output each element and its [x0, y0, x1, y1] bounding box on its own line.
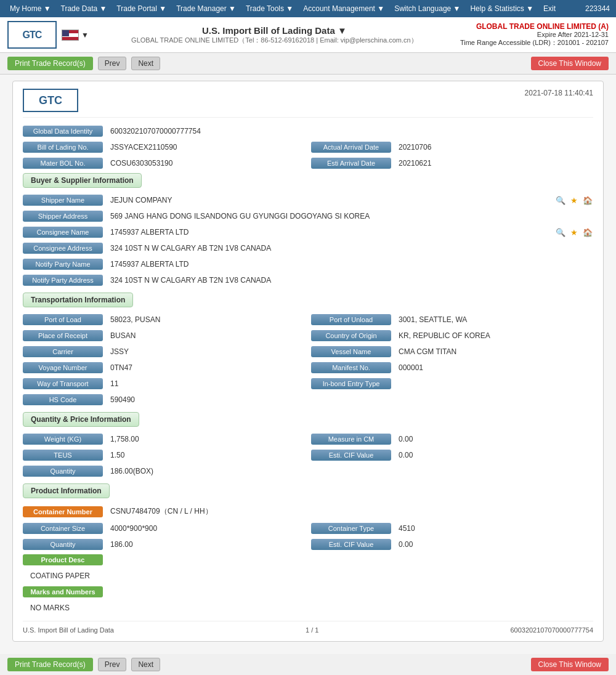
- product-desc-value-row: COATING PAPER: [23, 569, 593, 583]
- prod-esti-cif-label: Esti. CIF Value: [311, 539, 391, 550]
- consignee-star-icon[interactable]: ★: [569, 227, 580, 238]
- place-receipt-value: BUSAN: [108, 329, 305, 342]
- flag-dropdown-icon[interactable]: ▼: [81, 31, 89, 39]
- consignee-name-label: Consignee Name: [23, 227, 103, 238]
- teus-value: 1.50: [108, 449, 305, 461]
- weight-kg-label: Weight (KG): [23, 434, 103, 445]
- in-bond-value: [396, 382, 593, 386]
- port-unload-label: Port of Unload: [311, 314, 391, 325]
- nav-trade-manager[interactable]: Trade Manager ▼: [172, 4, 240, 13]
- consignee-home-icon[interactable]: 🏠: [582, 227, 593, 238]
- teus-label: TEUS: [23, 450, 103, 461]
- notify-party-address-row: Notify Party Address 324 10ST N W CALGAR…: [23, 274, 593, 286]
- print-button-top[interactable]: Print Trade Record(s): [7, 57, 93, 70]
- print-button-bottom[interactable]: Print Trade Record(s): [7, 658, 93, 671]
- shipper-search-icon[interactable]: 🔍: [555, 195, 566, 206]
- nav-exit[interactable]: Exit: [540, 4, 559, 13]
- global-data-identity-row: Global Data Identity 6003202107070000777…: [23, 125, 593, 137]
- notify-party-address-label: Notify Party Address: [23, 275, 103, 286]
- quantity-label: Quantity: [23, 466, 103, 477]
- close-button-bottom[interactable]: Close This Window: [531, 658, 609, 671]
- shipper-home-icon[interactable]: 🏠: [582, 195, 593, 206]
- record-footer-id: 6003202107070000777754: [510, 626, 593, 634]
- next-button-top[interactable]: Next: [131, 57, 160, 70]
- product-desc-label: Product Desc: [23, 554, 103, 565]
- prev-button-top[interactable]: Prev: [98, 57, 127, 70]
- nav-trade-data[interactable]: Trade Data ▼: [57, 4, 111, 13]
- voyage-number-label: Voyage Number: [23, 362, 103, 373]
- shipper-address-row: Shipper Address 569 JANG HANG DONG ILSAN…: [23, 210, 593, 222]
- mater-bol-col: Mater BOL No. COSU6303053190: [23, 157, 305, 169]
- consignee-address-row: Consignee Address 324 10ST N W CALGARY A…: [23, 242, 593, 254]
- product-desc-row: Product Desc: [23, 554, 593, 565]
- record-footer: U.S. Import Bill of Lading Data 1 / 1 60…: [23, 621, 593, 634]
- container-number-label: Container Number: [23, 506, 103, 517]
- shipper-name-value: JEJUN COMPANY: [108, 194, 555, 206]
- time-range: Time Range Accessible (LDR)：201001 - 202…: [460, 38, 609, 47]
- consignee-search-icon[interactable]: 🔍: [555, 227, 566, 238]
- record-datetime: 2021-07-18 11:40:41: [525, 89, 593, 97]
- bol-arrival-row: Bill of Lading No. JSSYACEX2110590 Actua…: [23, 141, 593, 153]
- account-info: GLOBAL TRADE ONLINE LIMITED (A) Expire A…: [460, 22, 609, 47]
- nav-help-statistics[interactable]: Help & Statistics ▼: [466, 4, 537, 13]
- container-size-value: 4000*900*900: [108, 522, 305, 535]
- record-footer-page: 1 / 1: [306, 626, 318, 634]
- marks-numbers-value-row: NO MARKS: [23, 601, 593, 615]
- mater-bol-value: COSU6303053190: [108, 157, 305, 169]
- nav-trade-tools[interactable]: Trade Tools ▼: [242, 4, 297, 13]
- actual-arrival-value: 20210706: [396, 141, 593, 153]
- container-number-row: Container Number CSNU7484709（CN / L / HH…: [23, 504, 593, 519]
- port-unload-value: 3001, SEATTLE, WA: [396, 313, 593, 326]
- vessel-name-label: Vessel Name: [311, 346, 391, 357]
- shipper-address-label: Shipper Address: [23, 211, 103, 222]
- page-title-area: U.S. Import Bill of Lading Data ▼ GLOBAL…: [131, 25, 418, 45]
- way-transport-label: Way of Transport: [23, 378, 103, 389]
- user-id: 223344: [585, 4, 610, 13]
- weight-measure-row: Weight (KG) 1,758.00 Measure in CM 0.00: [23, 433, 593, 445]
- carrier-value: JSSY: [108, 346, 305, 358]
- prod-esti-cif-value: 0.00: [396, 538, 593, 551]
- port-load-value: 58023, PUSAN: [108, 313, 305, 326]
- quantity-price-header: Quantity & Price Information: [23, 412, 139, 427]
- bottom-action-bar: Print Trade Record(s) Prev Next Close Th…: [0, 654, 616, 675]
- consignee-name-row: Consignee Name 1745937 ALBERTA LTD 🔍 ★ 🏠: [23, 226, 593, 238]
- global-data-identity-value: 6003202107070000777754: [108, 125, 593, 137]
- nav-my-home[interactable]: My Home ▼: [6, 4, 55, 13]
- voyage-manifest-row: Voyage Number 0TN47 Manifest No. 000001: [23, 362, 593, 374]
- container-size-label: Container Size: [23, 523, 103, 534]
- nav-account-management[interactable]: Account Management ▼: [299, 4, 388, 13]
- prod-qty-cif-row: Quantity 186.00 Esti. CIF Value 0.00: [23, 538, 593, 551]
- manifest-no-label: Manifest No.: [311, 362, 391, 373]
- actual-arrival-label: Actual Arrival Date: [311, 142, 391, 153]
- main-content: GTC 2021-07-18 11:40:41 Global Data Iden…: [0, 75, 616, 654]
- nav-trade-portal[interactable]: Trade Portal ▼: [113, 4, 170, 13]
- place-receipt-label: Place of Receipt: [23, 330, 103, 341]
- notify-party-name-row: Notify Party Name 1745937 ALBERTA LTD: [23, 258, 593, 270]
- nav-switch-language[interactable]: Switch Language ▼: [391, 4, 464, 13]
- record-logo: GTC: [23, 89, 78, 112]
- next-button-bottom[interactable]: Next: [131, 658, 160, 671]
- prev-button-bottom[interactable]: Prev: [98, 658, 127, 671]
- notify-party-name-label: Notify Party Name: [23, 259, 103, 270]
- mater-bol-label: Mater BOL No.: [23, 158, 103, 169]
- shipper-name-label: Shipper Name: [23, 195, 103, 206]
- shipper-name-row: Shipper Name JEJUN COMPANY 🔍 ★ 🏠: [23, 194, 593, 206]
- us-flag-icon: [62, 30, 79, 41]
- language-flag[interactable]: ▼: [62, 30, 89, 41]
- record-header: GTC 2021-07-18 11:40:41: [23, 89, 593, 118]
- consignee-address-label: Consignee Address: [23, 243, 103, 254]
- esti-cif-value: 0.00: [396, 449, 593, 461]
- prod-quantity-value: 186.00: [108, 538, 305, 551]
- notify-party-name-value: 1745937 ALBERTA LTD: [108, 258, 593, 270]
- page-header: GTC ▼ U.S. Import Bill of Lading Data ▼ …: [0, 17, 616, 53]
- hs-code-value: 590490: [108, 394, 593, 406]
- shipper-star-icon[interactable]: ★: [569, 195, 580, 206]
- page-subtitle: GLOBAL TRADE ONLINE LIMITED（Tel：86-512-6…: [131, 36, 418, 44]
- hs-code-row: HS Code 590490: [23, 394, 593, 406]
- place-country-row: Place of Receipt BUSAN Country of Origin…: [23, 329, 593, 342]
- esti-arrival-label: Esti Arrival Date: [311, 158, 391, 169]
- carrier-vessel-row: Carrier JSSY Vessel Name CMA CGM TITAN: [23, 346, 593, 358]
- buyer-supplier-header: Buyer & Supplier Information: [23, 173, 142, 188]
- close-button-top[interactable]: Close This Window: [531, 57, 609, 70]
- global-data-identity-label: Global Data Identity: [23, 126, 103, 137]
